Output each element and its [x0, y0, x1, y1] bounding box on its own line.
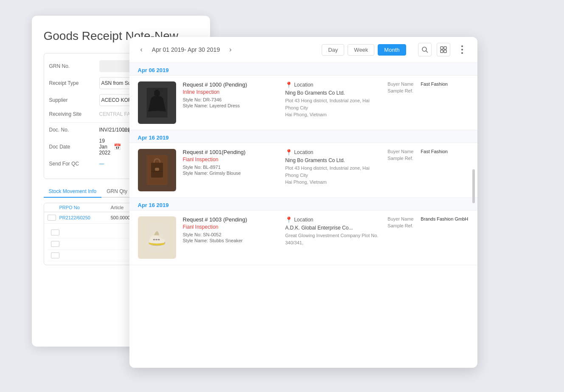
- location-text-0: Location: [294, 82, 313, 88]
- doc-date-value: 19 Jan 2022: [99, 138, 111, 156]
- event-style-name-2: Style Name: Stubbs Sneaker: [183, 238, 280, 243]
- event-type-2: Fianl Inspection: [183, 224, 280, 230]
- event-style-name-0: Style Name: Layered Dress: [183, 103, 280, 108]
- event-title-1: Request # 1001(Pending): [183, 149, 280, 155]
- section-date-2: Apr 16 2019: [138, 202, 169, 208]
- event-style-no-0: Style No: DR-7346: [183, 97, 280, 102]
- buyer-name-value-1: Fast Fashion: [421, 149, 448, 154]
- sample-ref-row-0: Sample Ref.: [387, 88, 469, 93]
- event-card-0[interactable]: Request # 1000 (Pending) Inline Inspecti…: [129, 76, 477, 130]
- svg-rect-10: [155, 168, 159, 171]
- section-date-1: Apr 16 2019: [138, 134, 169, 141]
- doc-date-row: Doc Date 19 Jan 2022 📅: [49, 138, 118, 156]
- event-buyer-2: Buyer Name Brands Fashion GmbH Sample Re…: [382, 216, 469, 259]
- event-card-1[interactable]: Request # 1001(Pending) Fianl Inspection…: [129, 143, 477, 198]
- event-card-2[interactable]: Request # 1003 (Pending) Fianl Inspectio…: [129, 210, 477, 265]
- event-title-2: Request # 1003 (Pending): [183, 216, 280, 223]
- grn-no-label: GRN No.: [49, 63, 96, 69]
- week-view-btn[interactable]: Week: [348, 44, 374, 56]
- buyer-name-row-0: Buyer Name Fast Fashion: [387, 81, 469, 87]
- date-range: Apr 01 2019- Apr 30 2019: [152, 46, 220, 53]
- more-options-icon[interactable]: [455, 43, 469, 56]
- calendar-body: Apr 06 2019 Request # 1000 (Pending) Inl…: [129, 63, 477, 368]
- empty-checkbox-3[interactable]: [51, 252, 59, 258]
- calendar-icon[interactable]: 📅: [114, 143, 121, 150]
- event-info-1: Request # 1001(Pending) Fianl Inspection…: [183, 149, 280, 191]
- next-btn[interactable]: ›: [227, 44, 234, 55]
- search-icon-btn[interactable]: [418, 43, 432, 56]
- event-style-no-2: Style No: SN-0052: [183, 232, 280, 237]
- sample-ref-label-1: Sample Ref.: [387, 156, 417, 161]
- location-city-1: Hai Phong, Vietnam: [285, 179, 382, 186]
- buyer-name-value-2: Brands Fashion GmbH: [421, 216, 468, 221]
- sample-ref-row-2: Sample Ref.: [387, 223, 469, 228]
- event-style-name-1: Style Name: Grimsly Blouse: [183, 171, 280, 176]
- empty-checkbox-2[interactable]: [51, 241, 59, 247]
- svg-rect-3: [444, 47, 446, 49]
- date-section-1: Apr 16 2019: [129, 130, 477, 143]
- location-address-1: Plot 43 Hong district, Industrial zone, …: [285, 165, 382, 179]
- buyer-name-value-0: Fast Fashion: [421, 81, 448, 87]
- pin-icon-0: 📍: [285, 81, 292, 88]
- event-title-0: Request # 1000 (Pending): [183, 81, 280, 88]
- doc-no-label: Doc. No.: [49, 127, 96, 133]
- event-info-2: Request # 1003 (Pending) Fianl Inspectio…: [183, 216, 280, 259]
- event-type-0: Inline Inspection: [183, 89, 280, 95]
- calendar-header: ‹ Apr 01 2019- Apr 30 2019 › Day Week Mo…: [129, 37, 477, 63]
- supplier-label: Supplier: [49, 97, 96, 103]
- day-view-btn[interactable]: Day: [322, 44, 344, 56]
- section-date-0: Apr 06 2019: [138, 67, 169, 73]
- svg-rect-2: [441, 47, 443, 49]
- location-company-0: Ning Bo Graments Co Ltd.: [285, 90, 382, 96]
- pin-icon-2: 📍: [285, 216, 292, 223]
- sample-ref-label-0: Sample Ref.: [387, 88, 417, 93]
- buyer-name-label-0: Buyer Name: [387, 81, 417, 87]
- svg-rect-14: [153, 239, 154, 241]
- grid-icon-btn[interactable]: [437, 43, 450, 56]
- location-text-1: Location: [294, 149, 313, 155]
- send-for-row: Send For QC —: [49, 161, 118, 167]
- calendar-toolbar-icons: [418, 43, 469, 56]
- svg-rect-15: [155, 239, 157, 241]
- svg-rect-16: [158, 239, 160, 241]
- calendar-card: ‹ Apr 01 2019- Apr 30 2019 › Day Week Mo…: [129, 37, 477, 368]
- tab-grn-qty[interactable]: GRN Qty: [101, 186, 132, 197]
- receipt-type-label: Receipt Type: [49, 80, 96, 86]
- location-label-0: 📍 Location: [285, 81, 382, 88]
- date-section-0: Apr 06 2019: [129, 63, 477, 76]
- prev-btn[interactable]: ‹: [138, 44, 145, 55]
- location-address-2: Great Glowing Investment Company Plot No…: [285, 232, 382, 246]
- doc-date-label: Doc Date: [49, 144, 96, 150]
- buyer-name-row-2: Buyer Name Brands Fashion GmbH: [387, 216, 469, 221]
- pin-icon-1: 📍: [285, 149, 292, 156]
- location-address-0: Plot 43 Hong district, Industrial zone, …: [285, 97, 382, 111]
- svg-line-1: [426, 51, 428, 53]
- event-thumb-2: [138, 216, 176, 259]
- svg-rect-4: [441, 50, 443, 53]
- check-header: [48, 205, 56, 210]
- event-buyer-0: Buyer Name Fast Fashion Sample Ref.: [382, 81, 469, 124]
- sample-ref-label-2: Sample Ref.: [387, 223, 417, 228]
- empty-checkbox-1[interactable]: [51, 230, 59, 235]
- month-view-btn[interactable]: Month: [378, 44, 406, 56]
- event-thumb-0: [138, 81, 176, 124]
- location-company-2: A.D.K. Global Enterprise Co...: [285, 225, 382, 231]
- view-buttons: Day Week Month: [322, 44, 406, 56]
- event-location-2: 📍 Location A.D.K. Global Enterprise Co..…: [280, 216, 382, 259]
- row-prpo: PR2122/60250: [59, 215, 107, 220]
- tab-stock-movement[interactable]: Stock Movement Info: [44, 186, 102, 198]
- location-city-0: Hai Phong, Vietnam: [285, 111, 382, 118]
- send-for-value: —: [99, 161, 104, 167]
- buyer-name-label-1: Buyer Name: [387, 149, 417, 154]
- scrollbar: [472, 169, 475, 203]
- receiving-site-label: Receiving Site: [49, 111, 96, 117]
- row-checkbox[interactable]: [48, 215, 56, 221]
- svg-rect-5: [444, 50, 446, 53]
- row-check[interactable]: [48, 215, 56, 221]
- send-for-label: Send For QC: [49, 161, 96, 167]
- svg-point-0: [422, 47, 427, 51]
- event-type-1: Fianl Inspection: [183, 157, 280, 162]
- location-text-2: Location: [294, 217, 313, 223]
- event-location-1: 📍 Location Ning Bo Graments Co Ltd. Plot…: [280, 149, 382, 191]
- buyer-name-row-1: Buyer Name Fast Fashion: [387, 149, 469, 154]
